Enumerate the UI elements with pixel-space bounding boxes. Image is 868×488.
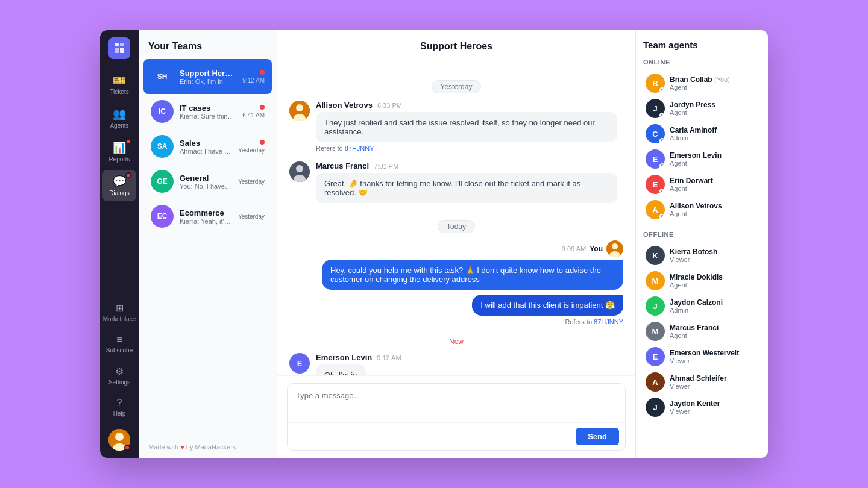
sender-emerson: Emerson Levin [316, 353, 372, 362]
send-button[interactable]: Send [576, 428, 619, 445]
teams-footer: Made with ♥ by MadaHackers [139, 436, 277, 458]
svg-rect-2 [115, 48, 119, 53]
agent-name-emerson-westervelt: Emerson Westervelt [670, 349, 758, 357]
chat-input-area: Send [277, 375, 635, 458]
agent-item-ahmad-schleifer[interactable]: A Ahmad Schleifer Viewer [643, 369, 761, 395]
agent-name-jaydon-calzoni: Jaydon Calzoni [670, 298, 758, 307]
settings-icon: ⚙ [115, 366, 124, 377]
agent-item-emerson-westervelt[interactable]: E Emerson Westervelt Viewer [643, 344, 761, 369]
user-avatar-badge [124, 445, 130, 451]
agent-info-carla-aminoff: Carla Aminoff Admin [670, 126, 758, 142]
sidebar-item-reports[interactable]: 📊 Reports [102, 136, 136, 167]
team-meta-ge: Yesterday [238, 178, 265, 185]
date-divider-today: Today [289, 220, 623, 233]
sidebar-item-settings[interactable]: ⚙ Settings [102, 361, 136, 390]
agent-item-jaydon-calzoni[interactable]: J Jaydon Calzoni Admin [643, 293, 761, 319]
chat-area: Support Heroes Yesterday Allison Vetrovs… [277, 30, 635, 458]
agent-role-ahmad-schleifer: Viewer [670, 383, 758, 390]
refers-ticket-you-2[interactable]: 87HJNNY [594, 318, 623, 325]
team-avatar-sh: SH [151, 65, 174, 88]
agent-role-brian-collab: Agent [670, 84, 758, 91]
team-item-ge[interactable]: GE General You: No, I haven't. What's...… [143, 164, 272, 199]
new-line-right [470, 342, 623, 342]
sidebar-item-subscribe[interactable]: ≡ Subscribe [102, 330, 136, 358]
svg-point-5 [115, 433, 124, 441]
team-item-sh[interactable]: SH Support Heroes Erin: Ok, I'm in 9:12 … [143, 59, 272, 94]
agent-role-carla-aminoff: Admin [670, 134, 758, 142]
chat-input-footer: Send [288, 422, 625, 450]
team-info-ic: IT cases Kierra: Sure thing, I'll take..… [180, 104, 236, 120]
team-preview-ic: Kierra: Sure thing, I'll take... [180, 113, 236, 120]
agent-name-jaydon-kenter: Jaydon Kenter [670, 399, 758, 408]
team-avatar-ec: EC [151, 205, 174, 228]
user-avatar[interactable] [108, 429, 130, 451]
agent-name-emerson-levin: Emerson Levin [670, 151, 758, 160]
msg-header-emerson: Emerson Levin 9:12 AM [316, 353, 623, 362]
sidebar-item-marketplace[interactable]: ⊞ Marketplace [102, 298, 136, 327]
agent-avatar-brian-collab: B [646, 74, 665, 93]
team-name-ge: General [180, 174, 232, 183]
msg-meta-you-1: 9:09 AM You [562, 240, 623, 257]
message-content-allison: Allison Vetrovs 6:33 PM They just replie… [316, 101, 623, 152]
sidebar-item-help[interactable]: ? Help [102, 393, 136, 422]
online-dot-allison-vetrovs [659, 214, 665, 219]
offline-agents-list: K Kierra Botosh Viewer M Miracle Dokidis… [643, 243, 761, 420]
agent-info-marcus-franci: Marcus Franci Agent [670, 324, 758, 339]
agent-role-erin-dorwart: Agent [670, 185, 758, 192]
sidebar-label-marketplace: Marketplace [103, 316, 136, 322]
agent-item-jordyn-press[interactable]: J Jordyn Press Agent [643, 96, 761, 121]
agent-role-miracle-dokidis: Agent [670, 281, 758, 289]
bubble-allison: They just replied and said the issue res… [316, 112, 617, 142]
sidebar-item-dialogs[interactable]: 💬 Dialogs [102, 170, 136, 201]
agent-item-emerson-levin[interactable]: E Emerson Levin Agent [643, 146, 761, 172]
agent-name-kierra-botosh: Kierra Botosh [670, 248, 758, 256]
team-meta-sh: 9:12 AM [242, 70, 265, 84]
date-divider-yesterday: Yesterday [289, 80, 623, 93]
team-preview-ec: Kierra: Yeah, it's amazin... [180, 217, 232, 225]
sidebar-item-tickets[interactable]: 🎫 Tickets [102, 69, 136, 100]
agent-item-allison-vetrovs[interactable]: A Allison Vetrovs Agent [643, 197, 761, 222]
sidebar-logo[interactable] [108, 37, 130, 59]
agent-avatar-jordyn-press: J [646, 99, 665, 118]
team-item-ec[interactable]: EC Ecommerce Kierra: Yeah, it's amazin..… [143, 199, 272, 234]
new-divider: New [289, 337, 623, 346]
sidebar-item-agents[interactable]: 👥 Agents [102, 102, 136, 134]
team-name-sh: Support Heroes [180, 69, 236, 78]
message-input[interactable] [288, 384, 625, 420]
agent-name-ahmad-schleifer: Ahmad Schleifer [670, 374, 758, 383]
agent-name-erin-dorwart: Erin Dorwart [670, 177, 758, 185]
team-name-ec: Ecommerce [180, 208, 232, 217]
bubble-marcus: Great, 🤌 thanks for letting me know. I'l… [316, 173, 617, 203]
team-time-sa: Yesterday [238, 147, 265, 154]
agent-item-kierra-botosh[interactable]: K Kierra Botosh Viewer [643, 243, 761, 268]
agent-info-jordyn-press: Jordyn Press Agent [670, 101, 758, 116]
online-dot-brian-collab [659, 87, 665, 93]
svg-rect-3 [120, 48, 124, 53]
avatar-allison [289, 101, 310, 121]
agent-item-marcus-franci[interactable]: M Marcus Franci Agent [643, 319, 761, 344]
teams-header: Your Teams [139, 30, 277, 59]
agent-item-brian-collab[interactable]: B Brian Collab (You) Agent [643, 70, 761, 96]
agent-avatar-kierra-botosh: K [646, 246, 665, 265]
team-item-sa[interactable]: SA Sales Ahmad: I have a questio... Yest… [143, 129, 272, 164]
agent-avatar-miracle-dokidis: M [646, 271, 665, 290]
time-allison: 6:33 PM [377, 102, 402, 109]
agent-name-carla-aminoff: Carla Aminoff [670, 126, 758, 134]
svg-rect-1 [120, 43, 124, 46]
agent-info-jaydon-calzoni: Jaydon Calzoni Admin [670, 298, 758, 314]
agent-item-jaydon-kenter[interactable]: J Jaydon Kenter Viewer [643, 395, 761, 420]
online-agents-list: B Brian Collab (You) Agent J Jordyn Pres… [643, 70, 761, 222]
team-item-ic[interactable]: IC IT cases Kierra: Sure thing, I'll tak… [143, 94, 272, 129]
team-dot-sh [260, 70, 265, 75]
refers-ticket-allison[interactable]: 87HJNNY [345, 145, 374, 152]
team-avatar-ge: GE [151, 170, 174, 193]
agent-info-brian-collab: Brian Collab (You) Agent [670, 75, 758, 91]
agent-item-miracle-dokidis[interactable]: M Miracle Dokidis Agent [643, 268, 761, 293]
online-section-label: ONLINE [643, 58, 761, 66]
agent-avatar-emerson-levin: E [646, 149, 665, 169]
sidebar-label-dialogs: Dialogs [109, 190, 129, 196]
agent-item-erin-dorwart[interactable]: E Erin Dorwart Agent [643, 172, 761, 197]
online-dot-carla-aminoff [659, 138, 665, 143]
agent-item-carla-aminoff[interactable]: C Carla Aminoff Admin [643, 121, 761, 146]
chat-messages: Yesterday Allison Vetrovs 6:33 PM They j… [277, 63, 635, 375]
